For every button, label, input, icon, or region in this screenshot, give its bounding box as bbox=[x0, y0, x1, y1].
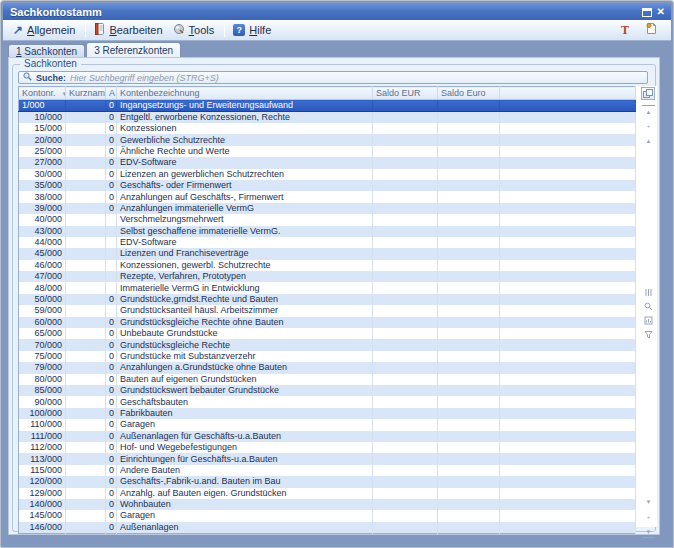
cell[interactable]: 0 bbox=[106, 419, 117, 430]
cell[interactable]: 115/000 bbox=[19, 465, 66, 476]
table-row[interactable]: 15/0000Konzessionen bbox=[19, 123, 636, 134]
cell[interactable]: 0 bbox=[106, 499, 117, 510]
tab-1-sachkonten[interactable]: 1 Sachkonten bbox=[8, 44, 85, 57]
cell[interactable] bbox=[438, 339, 500, 350]
restore-window-button[interactable] bbox=[642, 3, 652, 21]
cell[interactable] bbox=[500, 522, 636, 534]
cell[interactable] bbox=[500, 419, 636, 430]
cell[interactable] bbox=[373, 203, 438, 214]
cell[interactable]: 20/000 bbox=[19, 134, 66, 145]
cell[interactable] bbox=[500, 214, 636, 225]
cell[interactable]: 0 bbox=[106, 374, 117, 385]
cell[interactable]: Hof- und Wegebefestigungen bbox=[117, 442, 373, 453]
cell[interactable] bbox=[438, 157, 500, 168]
table-row[interactable]: 40/000Verschmelzungsmehrwert bbox=[19, 214, 636, 225]
table-row[interactable]: 35/0000Geschäfts- oder Firmenwert bbox=[19, 180, 636, 191]
cell[interactable]: Grundstückswert bebauter Grundstücke bbox=[117, 385, 373, 396]
cell[interactable] bbox=[500, 453, 636, 464]
cell[interactable]: Andere Bauten bbox=[117, 465, 373, 476]
cell[interactable]: 35/000 bbox=[19, 180, 66, 191]
cell[interactable]: Ingangsetzungs- und Erweiterungsaufwand bbox=[117, 100, 373, 112]
cell[interactable]: 0 bbox=[106, 408, 117, 419]
cell[interactable]: 60/000 bbox=[19, 317, 66, 328]
cell[interactable]: 112/000 bbox=[19, 442, 66, 453]
cell[interactable] bbox=[106, 282, 117, 293]
cell[interactable] bbox=[438, 374, 500, 385]
cell[interactable] bbox=[500, 169, 636, 180]
cell[interactable]: 110/000 bbox=[19, 419, 66, 430]
cell[interactable]: 0 bbox=[106, 385, 117, 396]
cell[interactable] bbox=[500, 203, 636, 214]
cell[interactable] bbox=[66, 351, 106, 362]
cell[interactable] bbox=[66, 362, 106, 373]
cell[interactable] bbox=[373, 385, 438, 396]
cell[interactable] bbox=[500, 442, 636, 453]
table-row[interactable]: 47/000Rezepte, Verfahren, Prototypen bbox=[19, 271, 636, 282]
cell[interactable] bbox=[500, 465, 636, 476]
cell[interactable] bbox=[373, 248, 438, 259]
cell[interactable] bbox=[373, 419, 438, 430]
cell[interactable] bbox=[66, 328, 106, 339]
table-row[interactable]: 30/0000Lizenzen an gewerblichen Schutzre… bbox=[19, 169, 636, 180]
table-row[interactable]: 48/000Immaterielle VermG in Entwicklung bbox=[19, 282, 636, 293]
scroll-drag2-icon[interactable]: + bbox=[642, 511, 655, 523]
table-row[interactable]: 90/0000Geschäftsbauten bbox=[19, 396, 636, 407]
cell[interactable] bbox=[500, 226, 636, 237]
cell[interactable] bbox=[373, 408, 438, 419]
table-row[interactable]: 120/0000Geschäfts-,Fabrik-u.and. Bauten … bbox=[19, 476, 636, 487]
table-row[interactable]: 129/0000Anzahlg. auf Bauten eigen. Grund… bbox=[19, 488, 636, 499]
table-row[interactable]: 60/0000Grundstücksgleiche Rechte ohne Ba… bbox=[19, 317, 636, 328]
table-row[interactable]: 110/0000Garagen bbox=[19, 419, 636, 430]
cell[interactable] bbox=[106, 237, 117, 248]
cell[interactable] bbox=[438, 271, 500, 282]
scroll-drag-icon[interactable]: + bbox=[642, 120, 655, 132]
cell[interactable] bbox=[373, 260, 438, 271]
cell[interactable] bbox=[438, 214, 500, 225]
cell[interactable]: 0 bbox=[106, 169, 117, 180]
cell[interactable]: 59/000 bbox=[19, 305, 66, 316]
table-row-selected[interactable]: 1/0000Ingangsetzungs- und Erweiterungsau… bbox=[19, 100, 636, 112]
cell[interactable] bbox=[66, 248, 106, 259]
cell[interactable]: Gewerbliche Schutzrechte bbox=[117, 134, 373, 145]
table-row[interactable]: 146/0000Außenanlagen bbox=[19, 522, 636, 534]
cell[interactable] bbox=[438, 408, 500, 419]
cell[interactable]: 0 bbox=[106, 442, 117, 453]
cell[interactable] bbox=[500, 431, 636, 442]
cell[interactable]: Außenanlagen für Geschäfts-u.a.Bauten bbox=[117, 431, 373, 442]
column-chooser-button[interactable] bbox=[641, 87, 655, 100]
cell[interactable]: 10/000 bbox=[19, 112, 66, 124]
cell[interactable]: Garagen bbox=[117, 510, 373, 521]
cell[interactable] bbox=[438, 191, 500, 202]
table-row[interactable]: 43/000Selbst geschaffene immaterielle Ve… bbox=[19, 226, 636, 237]
cell[interactable] bbox=[438, 112, 500, 124]
cell[interactable] bbox=[500, 317, 636, 328]
scroll-to-bottom-icon[interactable]: ▼ bbox=[642, 526, 655, 538]
cell[interactable] bbox=[106, 214, 117, 225]
cell[interactable]: EDV-Software bbox=[117, 157, 373, 168]
cell[interactable] bbox=[373, 476, 438, 487]
cell[interactable] bbox=[500, 146, 636, 157]
cell[interactable]: 0 bbox=[106, 510, 117, 521]
cell[interactable]: 15/000 bbox=[19, 123, 66, 134]
cell[interactable]: 0 bbox=[106, 465, 117, 476]
cell[interactable]: Einrichtungen für Geschäfts-u.a.Bauten bbox=[117, 453, 373, 464]
cell[interactable] bbox=[373, 294, 438, 305]
cell[interactable]: 46/000 bbox=[19, 260, 66, 271]
cell[interactable]: Selbst geschaffene immaterielle VermG. bbox=[117, 226, 373, 237]
cell[interactable] bbox=[373, 237, 438, 248]
bearbeiten-button[interactable]: Bearbeiten bbox=[90, 21, 168, 39]
cell[interactable]: 27/000 bbox=[19, 157, 66, 168]
filter-tool-icon[interactable] bbox=[642, 328, 655, 340]
cell[interactable] bbox=[373, 510, 438, 521]
cell[interactable] bbox=[106, 260, 117, 271]
cell[interactable]: Garagen bbox=[117, 419, 373, 430]
cell[interactable] bbox=[438, 203, 500, 214]
table-row[interactable]: 80/0000Bauten auf eigenen Grundstücken bbox=[19, 374, 636, 385]
cell[interactable] bbox=[438, 442, 500, 453]
cell[interactable]: Anzahlungen auf Geschäfts-, Firmenwert bbox=[117, 191, 373, 202]
cell[interactable]: 120/000 bbox=[19, 476, 66, 487]
tab-3-referenzkonten[interactable]: 3 Referenzkonten bbox=[86, 42, 181, 57]
cell[interactable] bbox=[438, 465, 500, 476]
column-header-kontenbezeichnung[interactable]: Kontenbezeichnung bbox=[117, 87, 373, 100]
cell[interactable] bbox=[438, 146, 500, 157]
